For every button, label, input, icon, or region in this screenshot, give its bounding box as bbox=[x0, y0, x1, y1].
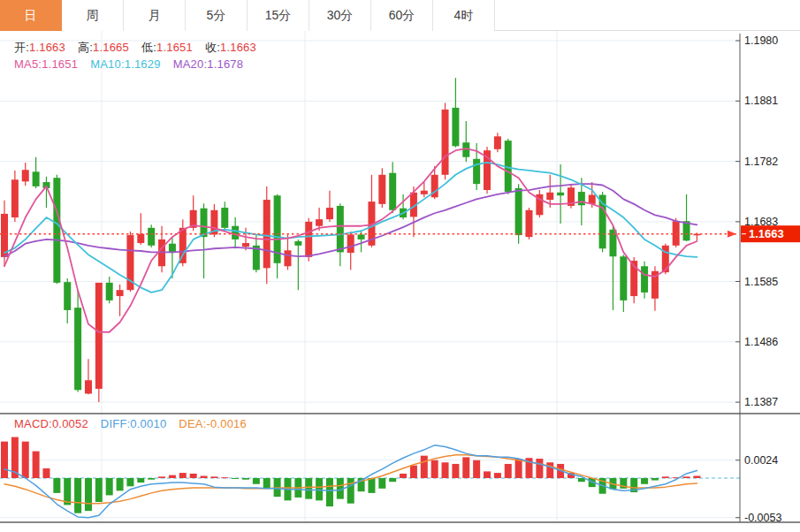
tab-week[interactable]: 周 bbox=[62, 0, 124, 31]
svg-text:1.1387: 1.1387 bbox=[744, 396, 778, 408]
trading-chart-app: 日 周 月 5分 15分 30分 60分 4时 1.19801.18811.17… bbox=[0, 0, 800, 532]
svg-text:1.1585: 1.1585 bbox=[744, 276, 778, 288]
tab-4hour[interactable]: 4时 bbox=[433, 0, 495, 31]
candlestick-macd-canvas[interactable]: 1.19801.18811.17821.16831.15851.14861.13… bbox=[0, 31, 800, 532]
tab-day[interactable]: 日 bbox=[0, 0, 62, 31]
timeframe-tabbar: 日 周 月 5分 15分 30分 60分 4时 bbox=[0, 0, 800, 31]
svg-text:0.0024: 0.0024 bbox=[744, 454, 778, 467]
tab-15min[interactable]: 15分 bbox=[248, 0, 309, 31]
svg-text:1.1881: 1.1881 bbox=[744, 95, 778, 107]
tab-5min[interactable]: 5分 bbox=[186, 0, 248, 31]
tab-60min[interactable]: 60分 bbox=[371, 0, 433, 31]
svg-text:1.1782: 1.1782 bbox=[744, 156, 778, 168]
svg-text:1.1663: 1.1663 bbox=[749, 227, 784, 240]
svg-text:1.1980: 1.1980 bbox=[744, 34, 778, 47]
tab-month[interactable]: 月 bbox=[124, 0, 186, 31]
chart-area: 1.19801.18811.17821.16831.15851.14861.13… bbox=[0, 31, 800, 532]
svg-text:1.1486: 1.1486 bbox=[744, 336, 778, 348]
tab-30min[interactable]: 30分 bbox=[309, 0, 371, 31]
